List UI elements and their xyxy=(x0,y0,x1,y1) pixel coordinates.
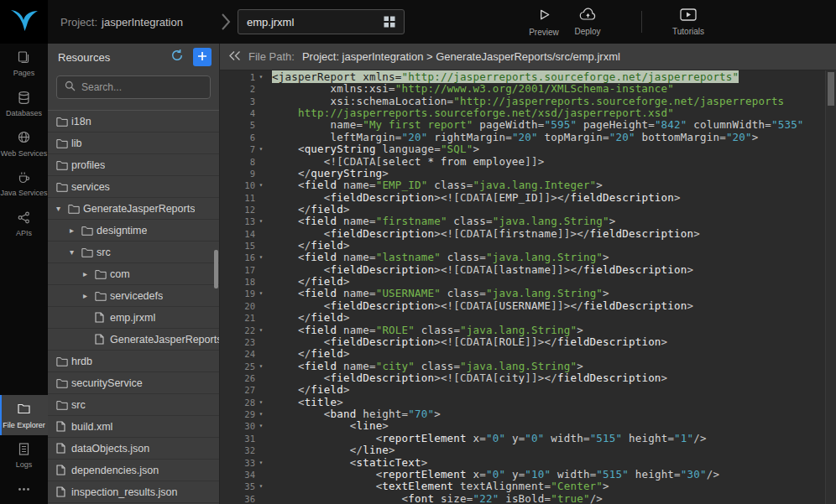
code-line[interactable]: </field> xyxy=(272,204,824,216)
file-selector[interactable]: emp.jrxml xyxy=(238,9,405,34)
code-line[interactable]: </field> xyxy=(272,348,824,360)
sidebar-item-web-services[interactable]: Web Services xyxy=(0,123,48,164)
gutter-line[interactable]: 29▾ xyxy=(220,408,269,420)
tree-item-services[interactable]: services xyxy=(48,176,219,198)
action-tutorials[interactable]: Tutorials xyxy=(664,0,713,44)
tree-scrollbar[interactable] xyxy=(214,250,218,288)
search-box[interactable] xyxy=(56,75,211,99)
gutter-line[interactable]: 33▾ xyxy=(220,457,269,469)
fold-caret-icon[interactable]: ▾ xyxy=(255,143,267,155)
tree-item-hrdb[interactable]: hrdb xyxy=(48,351,219,372)
code-line[interactable]: <![CDATA[select * from employee]]> xyxy=(272,156,824,168)
fold-caret-icon[interactable]: ▾ xyxy=(255,252,267,263)
gutter-line[interactable]: 19▾ xyxy=(220,288,269,299)
fold-caret-icon[interactable]: ▾ xyxy=(255,71,267,83)
sidebar-item-pages[interactable]: Pages xyxy=(0,44,48,84)
action-preview[interactable]: Preview xyxy=(522,0,566,44)
sidebar-item-databases[interactable]: Databases xyxy=(0,84,48,124)
tree-item-com[interactable]: ▸com xyxy=(48,263,219,285)
tree-item-servicedefs[interactable]: ▸servicedefs xyxy=(48,285,219,307)
code-line[interactable]: http://jasperreports.sourceforge.net/xsd… xyxy=(272,107,824,119)
tree-item-dataobjects-json[interactable]: dataObjects.json xyxy=(48,438,219,460)
fold-caret-icon[interactable]: ▾ xyxy=(255,397,267,408)
tree-item-generatejasperreports-s[interactable]: GenerateJasperReports.s xyxy=(48,329,219,351)
code-line[interactable]: <fieldDescription><![CDATA[EMP_ID]]></fi… xyxy=(272,192,824,204)
fold-caret-icon[interactable]: ▾ xyxy=(255,408,267,420)
code-line[interactable]: <field name="city" class="java.lang.Stri… xyxy=(272,361,824,372)
chevron-down-icon[interactable]: ▾ xyxy=(70,247,81,257)
tree-item-emp-jrxml[interactable]: emp.jrxml xyxy=(48,307,219,329)
tree-item-lib[interactable]: lib xyxy=(48,132,219,154)
add-resource-button[interactable] xyxy=(193,48,212,66)
refresh-button[interactable] xyxy=(170,49,184,65)
sidebar-item-file-explorer[interactable]: File Explorer xyxy=(0,395,48,435)
fold-caret-icon[interactable]: ▾ xyxy=(255,216,267,227)
code-editor[interactable]: 1▾234567▾8910▾111213▾141516▾171819▾20212… xyxy=(220,70,836,504)
code-line[interactable]: </line> xyxy=(272,444,824,456)
code-line[interactable]: </field> xyxy=(272,384,824,396)
code-line[interactable]: </queryString> xyxy=(272,168,824,179)
tree-item-dependencies-json[interactable]: dependencies.json xyxy=(48,460,219,481)
code-area[interactable]: <jasperReport xmlns="http://jasperreport… xyxy=(269,70,836,504)
tree-item-securityservice[interactable]: securityService xyxy=(48,372,219,394)
code-line[interactable]: </field> xyxy=(272,312,824,324)
fold-caret-icon[interactable]: ▾ xyxy=(255,361,267,372)
code-line[interactable]: <font size="22" isBold="true"/> xyxy=(272,493,824,504)
code-line[interactable]: <band height="70"> xyxy=(272,408,824,420)
code-line[interactable]: <field name="firstname" class="java.lang… xyxy=(272,216,824,227)
tree-item-designtime[interactable]: ▸designtime xyxy=(48,220,219,242)
chevron-down-icon[interactable]: ▾ xyxy=(56,204,68,213)
code-line[interactable]: xmlns:xsi="http://www.w3.org/2001/XMLSch… xyxy=(272,83,824,95)
tree-item-build-xml[interactable]: build.xml xyxy=(48,416,219,438)
fold-caret-icon[interactable]: ▾ xyxy=(255,325,267,336)
tree-item-src[interactable]: ▾src xyxy=(48,242,219,263)
tree-item-inspection-results-json[interactable]: inspection_results.json xyxy=(48,481,219,503)
gutter-line[interactable]: 25▾ xyxy=(220,361,269,372)
code-line[interactable]: leftMargin="20" rightMargin="20" topMarg… xyxy=(272,132,824,143)
code-line[interactable]: <field name="lastname" class="java.lang.… xyxy=(272,252,824,263)
sidebar-item-logs[interactable]: Logs xyxy=(0,435,48,475)
gutter-line[interactable]: 10▾ xyxy=(220,179,269,191)
gutter-line[interactable]: 16▾ xyxy=(220,252,269,263)
code-line[interactable]: </field> xyxy=(272,240,824,252)
gutter-line[interactable]: 30▾ xyxy=(220,420,269,432)
tree-item-src[interactable]: src xyxy=(48,394,219,416)
code-line[interactable]: <fieldDescription><![CDATA[city]]></fiel… xyxy=(272,372,824,384)
fold-caret-icon[interactable]: ▾ xyxy=(255,481,267,492)
code-line[interactable]: <field name="USERNAME" class="java.lang.… xyxy=(272,288,824,299)
sidebar-item-more[interactable] xyxy=(0,475,48,504)
chevron-right-icon[interactable]: ▸ xyxy=(70,226,81,235)
fold-caret-icon[interactable]: ▾ xyxy=(255,420,267,432)
code-line[interactable]: <line> xyxy=(272,420,824,432)
fold-caret-icon[interactable]: ▾ xyxy=(255,457,267,469)
code-line[interactable]: <field name="ROLE" class="java.lang.Stri… xyxy=(272,325,824,336)
code-line[interactable]: <title> xyxy=(272,397,824,408)
code-line[interactable]: <queryString language="SQL"> xyxy=(272,143,824,155)
gutter-line[interactable]: 28▾ xyxy=(220,397,269,408)
code-line[interactable]: <fieldDescription><![CDATA[ROLE]]></fiel… xyxy=(272,336,824,348)
code-line[interactable]: name="My first report" pageWidth="595" p… xyxy=(272,119,824,131)
code-line[interactable]: <reportElement x="0" y="0" width="515" h… xyxy=(272,433,824,444)
gutter-line[interactable]: 35▾ xyxy=(220,481,269,492)
tree-item-profiles[interactable]: profiles xyxy=(48,154,219,176)
code-line[interactable]: <textElement textAlignment="Center"> xyxy=(272,481,824,492)
search-input[interactable] xyxy=(81,81,202,93)
fold-caret-icon[interactable]: ▾ xyxy=(255,288,267,299)
code-line[interactable]: <staticText> xyxy=(272,457,824,469)
code-line[interactable]: </field> xyxy=(272,276,824,288)
chevron-right-icon[interactable]: ▸ xyxy=(83,291,95,300)
gutter-line[interactable]: 13▾ xyxy=(220,216,269,227)
collapse-panel-button[interactable] xyxy=(228,50,241,64)
gutter-line[interactable]: 7▾ xyxy=(220,143,269,155)
sidebar-item-java-services[interactable]: Java Services xyxy=(0,164,48,204)
fold-caret-icon[interactable]: ▾ xyxy=(255,179,267,191)
code-line[interactable]: <field name="EMP_ID" class="java.lang.In… xyxy=(272,179,824,191)
tree-item-generatejasperreports[interactable]: ▾GenerateJasperReports xyxy=(48,198,219,220)
editor-scrollbar[interactable] xyxy=(825,70,836,504)
code-line[interactable]: <reportElement x="0" y="10" width="515" … xyxy=(272,469,824,481)
editor-scrollbar-thumb[interactable] xyxy=(828,72,834,106)
chevron-right-icon[interactable]: ▸ xyxy=(83,269,95,278)
sidebar-item-apis[interactable]: APIs xyxy=(0,204,48,244)
tree-item-i18n[interactable]: i18n xyxy=(48,111,219,132)
code-line[interactable]: <fieldDescription><![CDATA[USERNAME]]></… xyxy=(272,300,824,312)
